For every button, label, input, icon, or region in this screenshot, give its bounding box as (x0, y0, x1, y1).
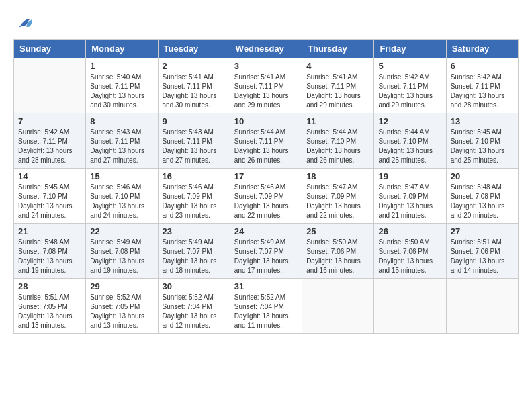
day-info: Sunrise: 5:50 AMSunset: 7:06 PMDaylight:… (378, 238, 441, 275)
calendar-cell: 22Sunrise: 5:49 AMSunset: 7:08 PMDayligh… (86, 224, 158, 279)
day-info: Sunrise: 5:44 AMSunset: 7:11 PMDaylight:… (234, 128, 298, 165)
day-number: 5 (378, 61, 441, 71)
calendar-cell: 26Sunrise: 5:50 AMSunset: 7:06 PMDayligh… (374, 224, 446, 279)
day-info: Sunrise: 5:51 AMSunset: 7:06 PMDaylight:… (451, 238, 514, 275)
calendar-cell: 15Sunrise: 5:46 AMSunset: 7:10 PMDayligh… (86, 169, 158, 224)
calendar-cell: 29Sunrise: 5:52 AMSunset: 7:05 PMDayligh… (86, 279, 158, 334)
calendar-cell: 6Sunrise: 5:42 AMSunset: 7:11 PMDaylight… (446, 58, 518, 113)
calendar-cell: 18Sunrise: 5:47 AMSunset: 7:09 PMDayligh… (302, 169, 374, 224)
day-info: Sunrise: 5:41 AMSunset: 7:11 PMDaylight:… (163, 73, 226, 110)
day-info: Sunrise: 5:42 AMSunset: 7:11 PMDaylight:… (451, 73, 514, 110)
day-info: Sunrise: 5:46 AMSunset: 7:09 PMDaylight:… (163, 183, 226, 220)
day-number: 15 (90, 171, 153, 181)
day-number: 10 (234, 116, 298, 126)
calendar-cell: 9Sunrise: 5:43 AMSunset: 7:11 PMDaylight… (158, 113, 230, 169)
day-info: Sunrise: 5:47 AMSunset: 7:09 PMDaylight:… (306, 183, 369, 220)
day-info: Sunrise: 5:41 AMSunset: 7:11 PMDaylight:… (234, 73, 298, 110)
day-number: 19 (378, 171, 441, 181)
logo-icon (16, 13, 35, 32)
day-number: 6 (451, 61, 514, 71)
calendar-cell: 17Sunrise: 5:46 AMSunset: 7:09 PMDayligh… (230, 169, 302, 224)
day-number: 21 (18, 226, 81, 236)
day-info: Sunrise: 5:44 AMSunset: 7:10 PMDaylight:… (378, 128, 441, 165)
calendar-cell: 24Sunrise: 5:49 AMSunset: 7:07 PMDayligh… (230, 224, 302, 279)
day-info: Sunrise: 5:43 AMSunset: 7:11 PMDaylight:… (163, 128, 226, 165)
day-number: 27 (451, 226, 514, 236)
weekday-header-row: SundayMondayTuesdayWednesdayThursdayFrid… (14, 40, 519, 58)
day-number: 17 (234, 171, 298, 181)
day-info: Sunrise: 5:42 AMSunset: 7:11 PMDaylight:… (18, 128, 81, 165)
calendar-cell: 7Sunrise: 5:42 AMSunset: 7:11 PMDaylight… (14, 113, 86, 169)
day-info: Sunrise: 5:42 AMSunset: 7:11 PMDaylight:… (378, 73, 441, 110)
day-info: Sunrise: 5:52 AMSunset: 7:04 PMDaylight:… (163, 293, 226, 330)
weekday-header-saturday: Saturday (446, 40, 518, 58)
calendar-cell: 31Sunrise: 5:52 AMSunset: 7:04 PMDayligh… (230, 279, 302, 334)
day-number: 3 (234, 61, 298, 71)
day-info: Sunrise: 5:48 AMSunset: 7:08 PMDaylight:… (451, 183, 514, 220)
day-number: 9 (163, 116, 226, 126)
calendar-cell: 23Sunrise: 5:49 AMSunset: 7:07 PMDayligh… (158, 224, 230, 279)
page-header (13, 13, 519, 32)
day-number: 31 (234, 281, 298, 291)
day-info: Sunrise: 5:48 AMSunset: 7:08 PMDaylight:… (18, 238, 81, 275)
day-number: 18 (306, 171, 369, 181)
calendar-cell: 19Sunrise: 5:47 AMSunset: 7:09 PMDayligh… (374, 169, 446, 224)
calendar-week-row: 14Sunrise: 5:45 AMSunset: 7:10 PMDayligh… (14, 169, 519, 224)
day-info: Sunrise: 5:52 AMSunset: 7:04 PMDaylight:… (234, 293, 298, 330)
day-info: Sunrise: 5:49 AMSunset: 7:07 PMDaylight:… (234, 238, 298, 275)
day-number: 14 (18, 171, 81, 181)
calendar-cell: 1Sunrise: 5:40 AMSunset: 7:11 PMDaylight… (86, 58, 158, 113)
weekday-header-sunday: Sunday (14, 40, 86, 58)
calendar-cell: 27Sunrise: 5:51 AMSunset: 7:06 PMDayligh… (446, 224, 518, 279)
day-info: Sunrise: 5:45 AMSunset: 7:10 PMDaylight:… (18, 183, 81, 220)
day-number: 22 (90, 226, 153, 236)
day-info: Sunrise: 5:46 AMSunset: 7:09 PMDaylight:… (234, 183, 298, 220)
day-number: 11 (306, 116, 369, 126)
weekday-header-thursday: Thursday (302, 40, 374, 58)
day-info: Sunrise: 5:45 AMSunset: 7:10 PMDaylight:… (451, 128, 514, 165)
calendar-cell: 10Sunrise: 5:44 AMSunset: 7:11 PMDayligh… (230, 113, 302, 169)
day-info: Sunrise: 5:40 AMSunset: 7:11 PMDaylight:… (90, 73, 153, 110)
logo (13, 13, 35, 32)
calendar-table: SundayMondayTuesdayWednesdayThursdayFrid… (13, 39, 519, 334)
calendar-cell: 2Sunrise: 5:41 AMSunset: 7:11 PMDaylight… (158, 58, 230, 113)
calendar-cell (14, 58, 86, 113)
calendar-week-row: 21Sunrise: 5:48 AMSunset: 7:08 PMDayligh… (14, 224, 519, 279)
calendar-cell: 3Sunrise: 5:41 AMSunset: 7:11 PMDaylight… (230, 58, 302, 113)
weekday-header-tuesday: Tuesday (158, 40, 230, 58)
calendar-week-row: 28Sunrise: 5:51 AMSunset: 7:05 PMDayligh… (14, 279, 519, 334)
day-number: 8 (90, 116, 153, 126)
calendar-week-row: 1Sunrise: 5:40 AMSunset: 7:11 PMDaylight… (14, 58, 519, 113)
calendar-cell: 28Sunrise: 5:51 AMSunset: 7:05 PMDayligh… (14, 279, 86, 334)
calendar-cell: 25Sunrise: 5:50 AMSunset: 7:06 PMDayligh… (302, 224, 374, 279)
day-info: Sunrise: 5:49 AMSunset: 7:07 PMDaylight:… (163, 238, 226, 275)
weekday-header-friday: Friday (374, 40, 446, 58)
calendar-cell (374, 279, 446, 334)
day-info: Sunrise: 5:47 AMSunset: 7:09 PMDaylight:… (378, 183, 441, 220)
calendar-cell: 16Sunrise: 5:46 AMSunset: 7:09 PMDayligh… (158, 169, 230, 224)
day-number: 13 (451, 116, 514, 126)
day-info: Sunrise: 5:52 AMSunset: 7:05 PMDaylight:… (90, 293, 153, 330)
calendar-cell (446, 279, 518, 334)
calendar-week-row: 7Sunrise: 5:42 AMSunset: 7:11 PMDaylight… (14, 113, 519, 169)
day-info: Sunrise: 5:46 AMSunset: 7:10 PMDaylight:… (90, 183, 153, 220)
day-number: 2 (163, 61, 226, 71)
day-number: 1 (90, 61, 153, 71)
calendar-cell: 13Sunrise: 5:45 AMSunset: 7:10 PMDayligh… (446, 113, 518, 169)
day-number: 12 (378, 116, 441, 126)
calendar-cell: 14Sunrise: 5:45 AMSunset: 7:10 PMDayligh… (14, 169, 86, 224)
day-number: 26 (378, 226, 441, 236)
day-info: Sunrise: 5:50 AMSunset: 7:06 PMDaylight:… (306, 238, 369, 275)
day-number: 29 (90, 281, 153, 291)
day-info: Sunrise: 5:51 AMSunset: 7:05 PMDaylight:… (18, 293, 81, 330)
calendar-cell: 8Sunrise: 5:43 AMSunset: 7:11 PMDaylight… (86, 113, 158, 169)
calendar-cell: 5Sunrise: 5:42 AMSunset: 7:11 PMDaylight… (374, 58, 446, 113)
day-number: 24 (234, 226, 298, 236)
day-number: 25 (306, 226, 369, 236)
day-info: Sunrise: 5:43 AMSunset: 7:11 PMDaylight:… (90, 128, 153, 165)
calendar-cell: 20Sunrise: 5:48 AMSunset: 7:08 PMDayligh… (446, 169, 518, 224)
calendar-cell: 30Sunrise: 5:52 AMSunset: 7:04 PMDayligh… (158, 279, 230, 334)
calendar-cell: 21Sunrise: 5:48 AMSunset: 7:08 PMDayligh… (14, 224, 86, 279)
calendar-cell: 12Sunrise: 5:44 AMSunset: 7:10 PMDayligh… (374, 113, 446, 169)
day-number: 28 (18, 281, 81, 291)
